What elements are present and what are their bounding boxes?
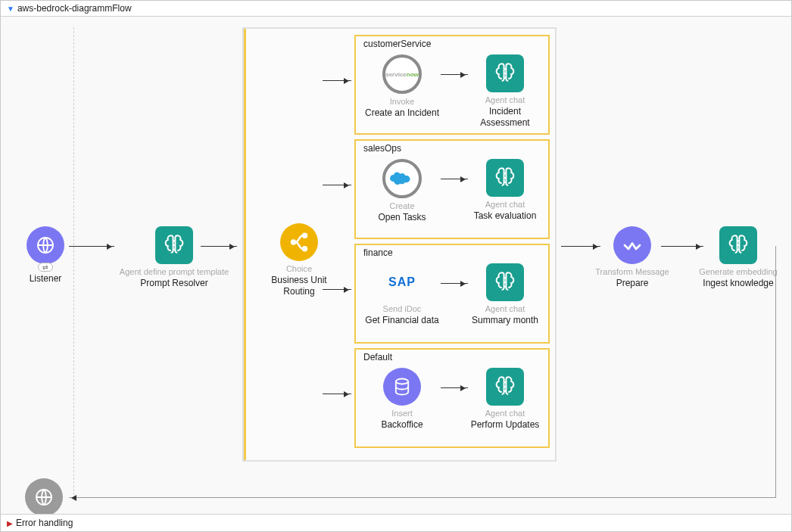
r1-a-node[interactable]: servicenow Invoke Create an Incident — [360, 54, 444, 119]
agent-template-icon — [155, 226, 193, 264]
transform-type: Transform Message — [587, 267, 678, 278]
servicenow-text-pre: service — [385, 71, 407, 78]
prompt-resolver-type: Agent define prompt template — [110, 267, 239, 278]
r4-a-type: Insert — [360, 409, 444, 419]
http-response-icon — [25, 478, 63, 516]
choice-router-icon — [280, 223, 318, 261]
salesforce-icon — [382, 159, 422, 198]
arrow-to-route4 — [323, 394, 351, 394]
agent-chat-icon — [486, 159, 524, 197]
generate-embedding-icon — [719, 226, 757, 264]
r2-a-type: Create — [360, 201, 444, 212]
embed-label: Ingest knowledge — [693, 278, 784, 289]
flow-canvas[interactable]: ⇄ Listener Agent define prompt template … — [1, 17, 791, 506]
arrow-prompt-to-choice — [201, 246, 237, 247]
embed-type: Generate embedding — [693, 267, 784, 278]
servicenow-text-post: now — [407, 71, 419, 78]
r2-b-type: Agent chat — [463, 200, 547, 210]
choice-label: Business Unit Routing — [257, 275, 341, 297]
route2-title: salesOps — [363, 143, 401, 154]
choice-node[interactable]: Choice Business Unit Routing — [257, 223, 341, 297]
http-listener-icon — [27, 226, 64, 264]
flow-title: aws-bedrock-diagrammFlow — [17, 3, 132, 14]
choice-scope[interactable]: Choice Business Unit Routing customerSer… — [242, 27, 557, 462]
r3-b-type: Agent chat — [463, 304, 547, 315]
arrow-to-route1 — [323, 80, 351, 81]
listener-label: Listener — [11, 273, 80, 285]
svg-point-4 — [396, 379, 408, 384]
r4-b-node[interactable]: Agent chat Perform Updates — [463, 368, 547, 431]
error-toggle-icon[interactable]: ▶ — [7, 519, 13, 527]
r3-b-label: Summary month — [463, 315, 547, 326]
route-default[interactable]: Default Insert Backoffice Agent chat — [354, 348, 550, 448]
route3-title: finance — [363, 247, 393, 258]
flow-header[interactable]: ▼ aws-bedrock-diagrammFlow — [1, 1, 791, 17]
choice-scope-marker — [244, 29, 246, 460]
prompt-resolver-node[interactable]: Agent define prompt template Prompt Reso… — [110, 226, 239, 289]
arrow-listener-to-prompt — [69, 246, 114, 247]
route1-title: customerService — [363, 39, 431, 49]
r1-b-type: Agent chat — [463, 95, 547, 106]
r2-b-node[interactable]: Agent chat Task evaluation — [463, 159, 547, 222]
exchange-badge-icon: ⇄ — [38, 263, 53, 272]
route-sales-ops[interactable]: salesOps Create Open Tasks Agent chat — [354, 139, 550, 239]
servicenow-icon: servicenow — [382, 54, 422, 94]
agent-chat-icon — [486, 54, 524, 92]
agent-chat-icon — [486, 368, 524, 406]
r1-b-label: Incident Assessment — [463, 106, 547, 129]
arrow-to-route2 — [323, 185, 351, 185]
agent-chat-icon — [486, 263, 524, 301]
r3-a-type: Send iDoc — [360, 304, 444, 315]
transform-message-icon — [613, 226, 651, 264]
r1-a-type: Invoke — [360, 97, 444, 107]
route-finance[interactable]: finance SAP Send iDoc Get Financial data — [354, 244, 550, 344]
r2-b-label: Task evaluation — [463, 210, 547, 222]
r1-b-node[interactable]: Agent chat Incident Assessment — [463, 54, 547, 129]
prompt-resolver-label: Prompt Resolver — [110, 278, 239, 289]
transform-node[interactable]: Transform Message Prepare — [587, 226, 678, 289]
transform-label: Prepare — [587, 278, 678, 289]
arrow-return-path — [69, 497, 776, 498]
flow-main-area: ⇄ Listener Agent define prompt template … — [11, 27, 781, 495]
r2-a-label: Open Tasks — [360, 212, 444, 223]
listener-node[interactable]: ⇄ Listener — [11, 226, 80, 285]
embed-node[interactable]: Generate embedding Ingest knowledge — [693, 226, 784, 289]
r1-a-label: Create an Incident — [360, 107, 444, 119]
route-customer-service[interactable]: customerService servicenow Invoke Create… — [354, 35, 550, 135]
r2-a-node[interactable]: Create Open Tasks — [360, 159, 444, 223]
response-endpoint[interactable] — [25, 478, 63, 519]
r4-b-label: Perform Updates — [463, 419, 547, 431]
arrow-choice-to-transform — [561, 246, 600, 247]
arrow-transform-to-embed — [661, 246, 703, 247]
choice-type: Choice — [257, 264, 341, 275]
r3-b-node[interactable]: Agent chat Summary month — [463, 263, 547, 326]
sap-icon: SAP — [383, 263, 421, 301]
r3-a-node[interactable]: SAP Send iDoc Get Financial data — [360, 263, 444, 326]
r4-a-label: Backoffice — [360, 419, 444, 431]
database-insert-icon — [383, 368, 421, 406]
flow-editor-panel: ▼ aws-bedrock-diagrammFlow ⇄ Listener Ag… — [0, 0, 792, 532]
r4-b-type: Agent chat — [463, 409, 547, 419]
r4-a-node[interactable]: Insert Backoffice — [360, 368, 444, 431]
sap-text: SAP — [388, 275, 416, 289]
error-title: Error handling — [16, 518, 73, 528]
collapse-toggle-icon[interactable]: ▼ — [7, 5, 14, 13]
r3-a-label: Get Financial data — [360, 315, 444, 326]
return-vline — [775, 246, 776, 497]
error-handling-header[interactable]: ▶ Error handling — [1, 514, 791, 531]
arrow-to-route3 — [323, 289, 351, 290]
route4-title: Default — [363, 352, 392, 362]
